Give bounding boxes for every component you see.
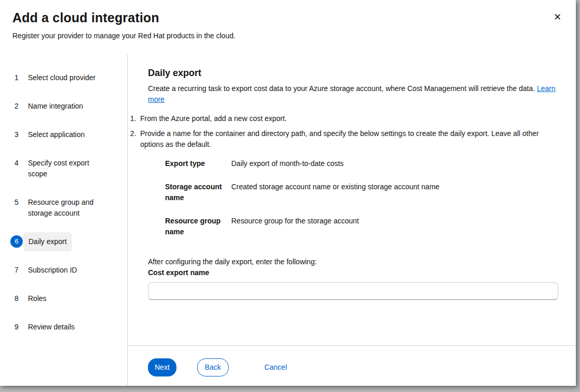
wizard-step-select-cloud-provider[interactable]: 1Select cloud provider — [0, 64, 127, 92]
step-label: Subscription ID — [28, 265, 77, 276]
wizard-step-select-application[interactable]: 3Select application — [0, 120, 127, 149]
step-label: Resource group and storage account — [28, 197, 105, 219]
wizard-step-roles[interactable]: 8Roles — [0, 284, 127, 313]
cancel-button[interactable]: Cancel — [262, 358, 290, 376]
modal-title: Add a cloud integration — [12, 10, 563, 25]
step-number: 5 — [10, 197, 23, 208]
step-heading: Daily export — [148, 68, 558, 79]
after-configuring-text: After configuring the daily export, ente… — [148, 257, 558, 267]
cost-export-name-group: Cost export name — [148, 267, 558, 300]
wizard-step-resource-group-and-storage-account[interactable]: 5Resource group and storage account — [0, 188, 127, 228]
wizard-body: 1Select cloud provider2Name integration3… — [0, 54, 576, 386]
step-label: Name integration — [28, 101, 83, 112]
step-label: Select application — [28, 129, 85, 140]
step-label: Specify cost export scope — [28, 158, 105, 179]
instructions-list: From the Azure portal, add a new cost ex… — [130, 113, 558, 150]
step-number: 3 — [10, 129, 23, 140]
modal-subtitle: Register your provider to manage your Re… — [12, 32, 563, 40]
next-button[interactable]: Next — [148, 358, 176, 376]
step-number: 8 — [10, 293, 23, 304]
wizard-footer: Next Back Cancel — [128, 345, 576, 386]
step-number: 4 — [10, 158, 23, 169]
settings-table: Export typeDaily export of month-to-date… — [165, 158, 558, 237]
settings-description: Resource group for the storage account — [231, 216, 558, 237]
step-number: 1 — [10, 72, 23, 83]
cost-export-name-input[interactable] — [148, 282, 558, 300]
add-cloud-integration-modal: Add a cloud integration Register your pr… — [0, 0, 576, 386]
step-label: Daily export — [23, 232, 72, 251]
settings-description: Daily export of month-to-date costs — [231, 158, 558, 169]
settings-term: Resource group name — [165, 216, 231, 237]
step-label: Review details — [28, 322, 75, 333]
wizard-step-review-details[interactable]: 9Review details — [0, 313, 127, 341]
step-label: Select cloud provider — [28, 72, 96, 83]
instruction-item: From the Azure portal, add a new cost ex… — [138, 113, 558, 124]
step-number: 6 — [10, 235, 23, 248]
wizard-header: Add a cloud integration Register your pr… — [0, 0, 576, 54]
settings-term: Export type — [165, 158, 231, 169]
step-content: Daily export Create a recurring task to … — [128, 54, 576, 345]
step-number: 7 — [10, 265, 23, 276]
wizard-step-subscription-id[interactable]: 7Subscription ID — [0, 256, 127, 284]
instruction-item: Provide a name for the container and dir… — [138, 128, 558, 150]
settings-term: Storage account name — [165, 182, 231, 203]
back-button[interactable]: Back — [197, 358, 229, 376]
wizard-step-name-integration[interactable]: 2Name integration — [0, 92, 127, 120]
close-icon[interactable]: ✕ — [551, 9, 564, 25]
intro-text: Create a recurring task to export cost d… — [148, 84, 535, 93]
step-number: 9 — [10, 322, 23, 333]
intro-paragraph: Create a recurring task to export cost d… — [148, 83, 558, 105]
wizard-step-specify-cost-export-scope[interactable]: 4Specify cost export scope — [0, 149, 127, 188]
cost-export-name-label: Cost export name — [148, 267, 558, 278]
wizard-step-daily-export[interactable]: 6Daily export — [0, 228, 127, 256]
settings-description: Created storage account name or existing… — [231, 182, 558, 203]
wizard-nav: 1Select cloud provider2Name integration3… — [0, 54, 128, 386]
step-label: Roles — [28, 293, 47, 304]
step-number: 2 — [10, 101, 23, 112]
wizard-main: Daily export Create a recurring task to … — [128, 54, 576, 386]
